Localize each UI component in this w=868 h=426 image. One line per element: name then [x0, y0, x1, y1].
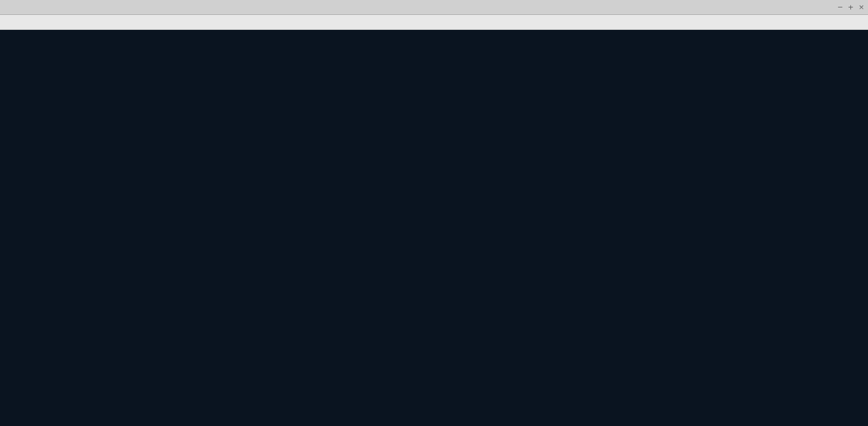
menubar	[0, 15, 868, 30]
terminal-output[interactable]	[0, 30, 868, 426]
maximize-button[interactable]: +	[848, 3, 854, 12]
close-button[interactable]: ×	[858, 3, 864, 12]
menu-view[interactable]	[31, 20, 45, 24]
titlebar[interactable]: − + ×	[0, 0, 868, 15]
terminal-window: − + ×	[0, 0, 868, 426]
window-controls: − + ×	[837, 0, 864, 14]
menu-tabs[interactable]	[58, 20, 72, 24]
minimize-button[interactable]: −	[837, 3, 843, 12]
menu-file[interactable]	[4, 20, 18, 24]
menu-terminal[interactable]	[45, 20, 58, 24]
menu-help[interactable]	[72, 20, 86, 24]
menu-edit[interactable]	[18, 20, 31, 24]
